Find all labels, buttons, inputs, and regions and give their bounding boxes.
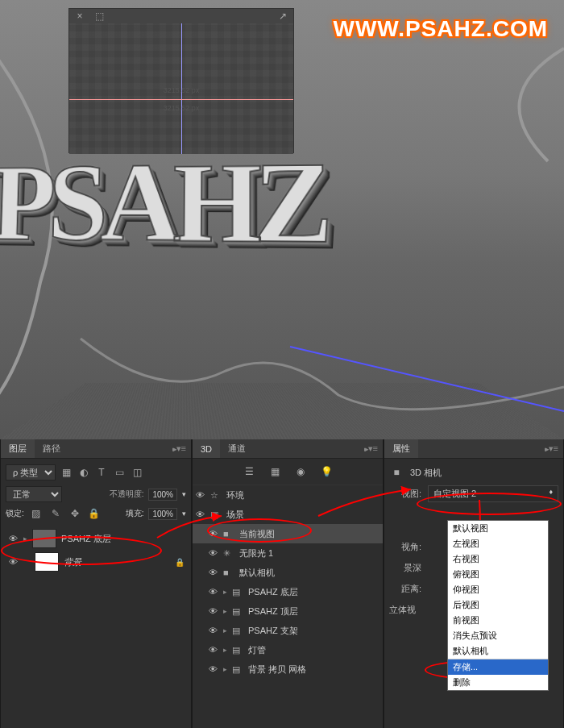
tree-mesh-bracket[interactable]: 👁▸▤PSAHZ 支架 (193, 621, 383, 640)
properties-body: ■ 3D 相机 视图: 自定视图 2♦ 视角: 景深 距离: 立体视 默认视图 (384, 459, 563, 728)
fill-label: 填充: (126, 508, 144, 519)
tree-default-camera[interactable]: 👁■默认相机 (193, 563, 383, 582)
view-label: 视图: (389, 488, 421, 500)
nav-dimension-1: 3215.52 px (164, 86, 200, 94)
layer-item-background[interactable]: 👁 背景 🔒 (6, 551, 186, 573)
dropdown-item[interactable]: 左视图 (448, 536, 548, 551)
expand-icon[interactable]: ⬚ (92, 9, 106, 23)
stereo-label: 立体视 (389, 604, 416, 616)
distance-label: 距离: (389, 583, 421, 595)
dropdown-item[interactable]: 删除 (448, 675, 548, 690)
lock-pixel-icon[interactable]: ✎ (48, 506, 63, 521)
tree-mesh-bottom[interactable]: 👁▸▤PSAHZ 底层 (193, 582, 383, 601)
material-filter-icon[interactable]: ◉ (292, 464, 309, 480)
tab-channels[interactable]: 通道 (220, 439, 254, 458)
bottom-panels: 图层 路径 ▸▸ ▾≡ ρ 类型 ▦ ◐ T ▭ ◫ 正常 不透明度: 100%… (0, 439, 564, 728)
filter-adjust-icon[interactable]: ◐ (77, 465, 91, 480)
dropdown-item[interactable]: 消失点预设 (448, 628, 548, 643)
navigator-header: × ⬚ ↗ (69, 9, 293, 23)
dropdown-item[interactable]: 前视图 (448, 613, 548, 628)
close-icon[interactable]: × (73, 9, 87, 23)
tab-properties[interactable]: 属性 (384, 439, 418, 458)
fill-chevron-icon[interactable]: ▾ (182, 510, 186, 518)
tree-mesh-top[interactable]: 👁▸▤PSAHZ 顶层 (193, 601, 383, 621)
kind-filter-select[interactable]: ρ 类型 (6, 464, 56, 480)
dof-label: 景深 (389, 562, 421, 574)
tab-3d[interactable]: 3D (193, 439, 220, 458)
tree-current-view[interactable]: 👁■当前视图 (193, 524, 383, 543)
dropdown-item[interactable]: 后视图 (448, 597, 548, 613)
3d-tabs: 3D 通道 ▸▸ ▾≡ (193, 439, 383, 459)
properties-panel: 属性 ▸▸ ▾≡ ■ 3D 相机 视图: 自定视图 2♦ 视角: 景深 距离: … (384, 439, 564, 728)
layer-item-psahz[interactable]: 👁 ▸ PSAHZ 底层 (6, 526, 186, 551)
scene-filter-icon[interactable]: ☰ (241, 464, 257, 480)
opacity-value[interactable]: 100% (148, 489, 177, 501)
lock-icon: 🔒 (175, 558, 185, 567)
layers-panel: 图层 路径 ▸▸ ▾≡ ρ 类型 ▦ ◐ T ▭ ◫ 正常 不透明度: 100%… (0, 439, 192, 728)
filter-type-icon[interactable]: T (94, 465, 109, 480)
tab-layers[interactable]: 图层 (1, 439, 35, 458)
layers-body: ρ 类型 ▦ ◐ T ▭ ◫ 正常 不透明度: 100% ▾ 锁定: ▨ ✎ ✥… (1, 459, 191, 728)
dropdown-item[interactable]: 右视图 (448, 551, 548, 567)
properties-header-row: ■ 3D 相机 (389, 462, 558, 483)
filter-shape-icon[interactable]: ▭ (112, 465, 126, 480)
visibility-icon[interactable]: 👁 (7, 534, 19, 543)
light-filter-icon[interactable]: 💡 (318, 464, 334, 480)
dropdown-item[interactable]: 俯视图 (448, 567, 548, 582)
layers-tabs: 图层 路径 ▸▸ ▾≡ (1, 439, 191, 459)
lock-label: 锁定: (6, 508, 24, 519)
layer-label: PSAHZ 底层 (61, 533, 111, 545)
lock-transparent-icon[interactable]: ▨ (29, 506, 44, 521)
3d-scene-panel: 3D 通道 ▸▸ ▾≡ ☰ ▦ ◉ 💡 👁☆环境 👁▣场景 👁■当前视图 👁✳无… (192, 439, 384, 728)
tab-paths[interactable]: 路径 (35, 439, 68, 458)
watermark-text: WWW.PSAHZ.COM (333, 16, 548, 42)
lock-position-icon[interactable]: ✥ (68, 506, 82, 521)
tree-mesh-bgcopy[interactable]: 👁▸▤背景 拷贝 网格 (193, 659, 383, 679)
tree-environment[interactable]: 👁☆环境 (193, 485, 383, 505)
layer-thumbnail[interactable] (35, 552, 59, 572)
panel-menu-icon[interactable]: ▸▸ ▾≡ (168, 443, 191, 454)
blend-opacity-row: 正常 不透明度: 100% ▾ (6, 485, 186, 504)
layer-label: 背景 (64, 556, 81, 568)
3d-body: ☰ ▦ ◉ 💡 👁☆环境 👁▣场景 👁■当前视图 👁✳无限光 1 👁■默认相机 … (193, 459, 383, 728)
fill-value[interactable]: 100% (148, 508, 177, 520)
visibility-icon[interactable]: 👁 (7, 557, 19, 567)
dropdown-item-save[interactable]: 存储... (448, 659, 548, 675)
panel-menu-icon[interactable]: ▸▸ ▾≡ (540, 443, 563, 454)
dropdown-item[interactable]: 默认相机 (448, 643, 548, 659)
fov-label: 视角: (389, 541, 421, 553)
properties-title: 3D 相机 (410, 467, 442, 479)
blend-mode-select[interactable]: 正常 (6, 486, 62, 502)
tree-infinite-light[interactable]: 👁✳无限光 1 (193, 543, 383, 563)
properties-tabs: 属性 ▸▸ ▾≡ (384, 439, 563, 459)
filter-smart-icon[interactable]: ◫ (130, 465, 144, 480)
layer-filter-row: ρ 类型 ▦ ◐ T ▭ ◫ (6, 462, 186, 483)
layer-list: 👁 ▸ PSAHZ 底层 👁 背景 🔒 (6, 526, 186, 573)
crosshair-horizontal (69, 99, 293, 100)
lock-all-icon[interactable]: 🔒 (87, 506, 102, 521)
nav-dimension-2: 3215.52 px (164, 104, 200, 112)
navigator-panel[interactable]: × ⬚ ↗ 3215.52 px 3215.52 px (68, 8, 294, 153)
3d-text-psahz: PSAHZ (0, 135, 325, 269)
lock-fill-row: 锁定: ▨ ✎ ✥ 🔒 填充: 100% ▾ (6, 504, 186, 523)
expand-chevron-icon[interactable]: ▸ (23, 535, 27, 543)
view-select-row: 视图: 自定视图 2♦ (389, 483, 558, 504)
layer-thumbnail[interactable] (32, 529, 56, 548)
popout-icon[interactable]: ↗ (276, 9, 290, 23)
dropdown-item[interactable]: 默认视图 (448, 521, 548, 536)
tree-mesh-tube[interactable]: 👁▸▤灯管 (193, 640, 383, 659)
opacity-label: 不透明度: (110, 489, 144, 500)
tree-scene[interactable]: 👁▣场景 (193, 505, 383, 524)
dropdown-item[interactable]: 仰视图 (448, 582, 548, 597)
opacity-chevron-icon[interactable]: ▾ (182, 490, 186, 498)
view-select[interactable]: 自定视图 2♦ (428, 485, 558, 502)
3d-viewport[interactable]: WWW.PSAHZ.COM PSAHZ × ⬚ ↗ 3215.52 px 321… (0, 0, 564, 439)
view-dropdown-list[interactable]: 默认视图 左视图 右视图 俯视图 仰视图 后视图 前视图 消失点预设 默认相机 … (447, 520, 549, 691)
filter-pixel-icon[interactable]: ▦ (59, 465, 73, 480)
camera-icon: ■ (389, 465, 404, 480)
panel-menu-icon[interactable]: ▸▸ ▾≡ (359, 443, 383, 454)
mesh-filter-icon[interactable]: ▦ (267, 464, 283, 480)
3d-filter-toolbar: ☰ ▦ ◉ 💡 (193, 459, 383, 485)
navigator-body[interactable]: 3215.52 px 3215.52 px (69, 23, 293, 154)
